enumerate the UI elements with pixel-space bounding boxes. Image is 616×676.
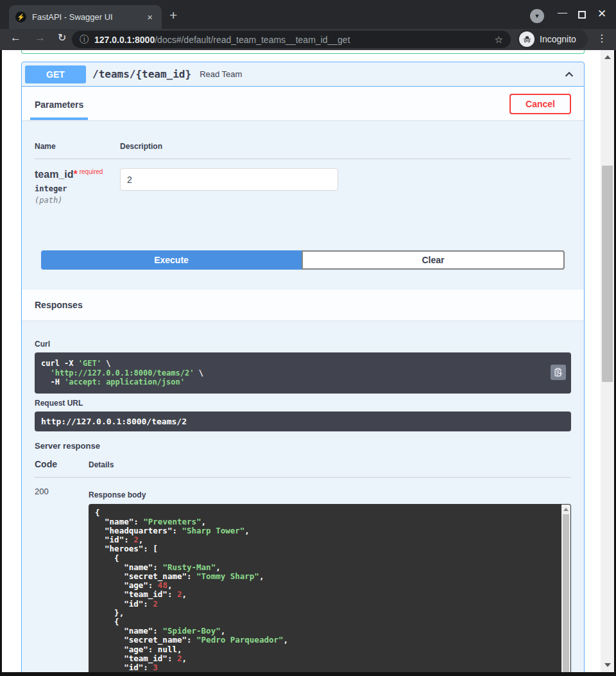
team-id-input[interactable]: [120, 168, 338, 191]
window-scroll-down-icon[interactable]: [604, 663, 611, 667]
site-info-icon[interactable]: ⓘ: [80, 34, 89, 46]
required-asterisk: *: [73, 169, 77, 180]
parameters-body: Name Description team_id*required intege…: [22, 120, 584, 290]
parameter-type: integer: [35, 184, 120, 193]
server-response-table: Code Details 200 Response body { "name":…: [35, 459, 571, 676]
collapse-chevron-icon[interactable]: [563, 69, 575, 80]
forward-button[interactable]: →: [35, 31, 46, 44]
column-details: Details: [89, 459, 114, 469]
page-viewport: GET /teams/{team_id} Read Team Parameter…: [0, 50, 616, 676]
curl-label: Curl: [35, 340, 571, 349]
execute-row: Execute Clear: [35, 250, 571, 290]
window-scrollbar-thumb[interactable]: [602, 166, 613, 382]
server-response-label: Server response: [35, 441, 571, 451]
url-host: 127.0.0.1:8000: [94, 35, 155, 45]
request-url-block: http://127.0.0.1:8000/teams/2: [35, 412, 571, 431]
back-button[interactable]: ←: [10, 31, 21, 44]
endpoint-summary: Read Team: [200, 69, 242, 79]
incognito-label: Incognito: [540, 34, 576, 44]
window-scroll-up-icon[interactable]: [604, 55, 611, 59]
column-name: Name: [35, 142, 120, 151]
response-body-json: { "name": "Preventers", "headquarters": …: [95, 508, 556, 676]
copy-to-clipboard-button[interactable]: [551, 365, 566, 380]
bookmark-star-icon[interactable]: ☆: [495, 34, 503, 46]
responses-body: Curl curl -X 'GET' \ 'http://127.0.0.1:8…: [22, 320, 584, 676]
opblock-header[interactable]: GET /teams/{team_id} Read Team: [22, 62, 584, 87]
tab-close-icon[interactable]: ×: [144, 12, 155, 22]
response-body-label: Response body: [89, 490, 571, 499]
reload-button[interactable]: ↻: [58, 31, 66, 44]
response-scrollbar-thumb[interactable]: [563, 514, 569, 672]
required-label: required: [80, 168, 103, 175]
tab-parameters[interactable]: Parameters: [30, 100, 88, 120]
browser-tab[interactable]: ⚡ FastAPI - Swagger UI ×: [9, 5, 162, 29]
response-row: 200 Response body { "name": "Preventers"…: [35, 478, 571, 676]
parameter-row: team_id*required integer (path): [35, 159, 571, 223]
column-description: Description: [120, 142, 162, 151]
endpoint-path: /teams/{team_id}: [92, 68, 191, 80]
parameters-section-header: Parameters Cancel: [22, 87, 584, 120]
response-body-scrollbar[interactable]: [561, 505, 570, 676]
request-url-label: Request URL: [35, 399, 571, 408]
previous-endpoint-bottom: [21, 50, 585, 54]
response-table-header: Code Details: [35, 459, 571, 478]
window-close-button[interactable]: ✕: [597, 7, 606, 21]
window-scrollbar[interactable]: [601, 50, 614, 672]
browser-titlebar: ⚡ FastAPI - Swagger UI × + ▼ — ✕: [0, 0, 616, 29]
curl-block: curl -X 'GET' \ 'http://127.0.0.1:8000/t…: [35, 352, 571, 394]
column-code: Code: [35, 459, 89, 469]
parameters-table-header: Name Description: [35, 130, 571, 159]
url-text[interactable]: 127.0.0.1:8000/docs#/default/read_team_t…: [94, 35, 490, 45]
parameter-name: team_id*required: [35, 168, 120, 180]
address-bar[interactable]: ⓘ 127.0.0.1:8000/docs#/default/read_team…: [72, 31, 511, 48]
swagger-content: GET /teams/{team_id} Read Team Parameter…: [21, 50, 585, 676]
incognito-badge: Incognito: [517, 30, 588, 49]
opblock-get-teams: GET /teams/{team_id} Read Team Parameter…: [21, 62, 585, 676]
request-url-value: http://127.0.0.1:8000/teams/2: [41, 417, 565, 426]
browser-toolbar: ← → ↻ ⓘ 127.0.0.1:8000/docs#/default/rea…: [0, 29, 616, 50]
curl-command: curl -X 'GET' \ 'http://127.0.0.1:8000/t…: [41, 359, 565, 387]
scroll-up-icon[interactable]: [563, 508, 569, 511]
browser-menu-icon[interactable]: ⋮: [597, 32, 607, 44]
window-minimize-button[interactable]: —: [558, 6, 567, 17]
clear-button[interactable]: Clear: [302, 250, 565, 270]
parameter-location: (path): [35, 196, 120, 205]
fastapi-favicon-icon: ⚡: [15, 12, 26, 22]
url-path: /docs#/default/read_team_teams__team_id_…: [155, 35, 350, 45]
response-body-block: { "name": "Preventers", "headquarters": …: [89, 504, 571, 676]
window-maximize-button[interactable]: [578, 11, 586, 19]
parameter-value-cell: [120, 168, 338, 223]
incognito-icon: [519, 31, 535, 47]
execute-button[interactable]: Execute: [41, 250, 302, 270]
tab-search-icon[interactable]: ▼: [530, 9, 544, 23]
new-tab-button[interactable]: +: [169, 8, 177, 23]
response-detail: Response body { "name": "Preventers", "h…: [89, 487, 571, 676]
status-code: 200: [35, 487, 89, 676]
responses-section-header: Responses: [22, 290, 584, 320]
method-badge: GET: [25, 65, 86, 83]
parameter-meta: team_id*required integer (path): [35, 168, 120, 223]
tab-title: FastAPI - Swagger UI: [32, 12, 144, 22]
cancel-button[interactable]: Cancel: [509, 94, 571, 114]
